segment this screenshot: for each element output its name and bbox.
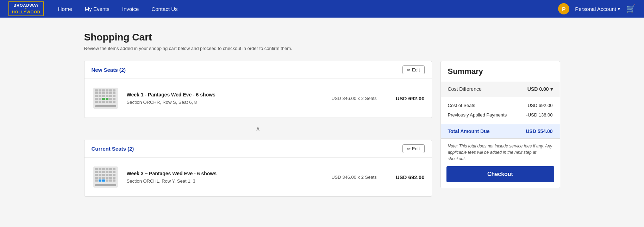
svg-rect-21 [95,98,98,100]
svg-rect-52 [99,177,101,179]
svg-rect-4 [106,89,108,92]
svg-rect-31 [95,105,116,107]
svg-rect-53 [102,177,105,179]
svg-rect-47 [102,174,105,176]
svg-rect-59 [95,179,98,182]
new-seat-qty: USD 346.00 x 2 Seats [326,96,382,101]
home-link[interactable]: Home [58,6,72,12]
cart-icon[interactable]: 🛒 [626,4,636,13]
svg-rect-49 [109,174,112,176]
cost-difference-value: USD 0.00 ▾ [527,86,553,92]
current-seat-show-name: Week 3 – Pantages Wed Eve - 6 shows [127,171,319,176]
svg-rect-11 [109,92,112,94]
current-seats-edit-button[interactable]: ✏ Edit [402,144,424,153]
svg-rect-35 [102,168,105,170]
svg-rect-48 [106,174,108,176]
current-seats-card: Current Seats (2) ✏ Edit [84,140,432,197]
checkout-button[interactable]: Checkout [446,166,554,182]
new-seat-info: Week 1 - Pantages Wed Eve - 6 shows Sect… [127,92,319,105]
svg-rect-28 [106,101,108,103]
svg-rect-16 [106,95,108,97]
svg-rect-2 [99,89,101,92]
new-seat-image [92,86,120,111]
svg-rect-63 [95,184,116,186]
total-label: Total Amount Due [448,128,490,134]
svg-rect-44 [113,171,115,173]
avatar: P [558,3,569,14]
main-content: Shopping Cart Review the items added in … [76,18,569,211]
new-seats-card: New Seats (2) ✏ Edit [84,61,432,118]
svg-rect-36 [106,168,108,170]
svg-rect-54 [106,177,108,179]
layout: New Seats (2) ✏ Edit [84,61,560,197]
svg-rect-25 [95,101,98,103]
svg-rect-62 [113,179,115,182]
contact-us-link[interactable]: Contact Us [151,6,177,12]
svg-rect-24 [113,98,115,100]
svg-rect-50 [113,174,115,176]
svg-rect-58 [102,179,105,182]
logo: BROADWAY in HOLLYWOOD [8,1,44,16]
svg-rect-40 [99,171,101,173]
chevron-up-icon: ∧ [256,125,260,133]
svg-rect-6 [113,89,115,92]
current-seats-title: Current Seats (2) [92,146,134,152]
invoice-link[interactable]: Invoice [122,6,139,12]
svg-rect-14 [99,95,101,97]
svg-rect-22 [99,98,101,100]
current-seat-image [92,165,120,189]
summary-panel: Summary Cost Difference USD 0.00 ▾ Cost … [440,61,560,188]
previously-applied-row: Previously Applied Payments -USD 138.00 [448,110,553,120]
chevron-down-icon: ▾ [550,86,553,92]
current-seat-qty: USD 346.00 x 2 Seats [326,175,382,180]
svg-rect-41 [102,171,105,173]
svg-rect-46 [99,174,101,176]
svg-rect-38 [113,168,115,170]
summary-note: Note: This total does not include servic… [441,139,560,166]
cost-of-seats-row: Cost of Seats USD 692.00 [448,101,553,110]
svg-rect-56 [113,177,115,179]
logo-box: BROADWAY in HOLLYWOOD [8,1,44,16]
cost-difference-label: Cost Difference [448,86,482,92]
current-seat-price: USD 692.00 [389,174,425,180]
new-seat-location: Section ORCHR, Row S, Seat 6, 8 [127,100,319,105]
logo-hollywood-text: HOLLYWOOD [12,10,40,14]
current-seat-location: Section ORCHL, Row Y, Seat 1, 3 [127,178,319,184]
nav-links: Home My Events Invoice Contact Us [58,6,558,12]
svg-rect-1 [95,89,98,92]
svg-rect-15 [102,95,105,97]
svg-rect-18 [113,95,115,97]
svg-rect-19 [102,98,105,100]
new-seats-title: New Seats (2) [92,67,126,73]
page-title: Shopping Cart [84,32,560,43]
my-events-link[interactable]: My Events [85,6,110,12]
svg-rect-34 [99,168,101,170]
svg-rect-5 [109,89,112,92]
page-subtitle: Review the items added in your shopping … [84,46,560,51]
summary-rows: Cost of Seats USD 692.00 Previously Appl… [441,96,560,124]
svg-rect-10 [106,92,108,94]
svg-rect-27 [102,101,105,103]
svg-rect-57 [99,179,101,182]
personal-account-button[interactable]: Personal Account ▾ [575,6,620,12]
new-seat-price: USD 692.00 [389,95,425,101]
svg-rect-45 [95,174,98,176]
svg-rect-26 [99,101,101,103]
current-seat-info: Week 3 – Pantages Wed Eve - 6 shows Sect… [127,171,319,184]
svg-rect-13 [95,95,98,97]
svg-rect-55 [109,177,112,179]
svg-rect-3 [102,89,105,92]
svg-rect-8 [99,92,101,94]
new-seats-edit-button[interactable]: ✏ Edit [402,65,424,74]
cart-section: New Seats (2) ✏ Edit [84,61,432,197]
pencil-icon: ✏ [407,68,411,72]
svg-rect-61 [109,179,112,182]
current-seat-row: Week 3 – Pantages Wed Eve - 6 shows Sect… [85,158,432,196]
new-seat-row: Week 1 - Pantages Wed Eve - 6 shows Sect… [85,79,432,118]
svg-rect-39 [95,171,98,173]
summary-header: Summary [441,61,560,82]
total-value: USD 554.00 [526,128,552,134]
svg-rect-7 [95,92,98,94]
divider-arrow: ∧ [84,124,432,134]
nav-right: P Personal Account ▾ 🛒 [558,3,636,14]
